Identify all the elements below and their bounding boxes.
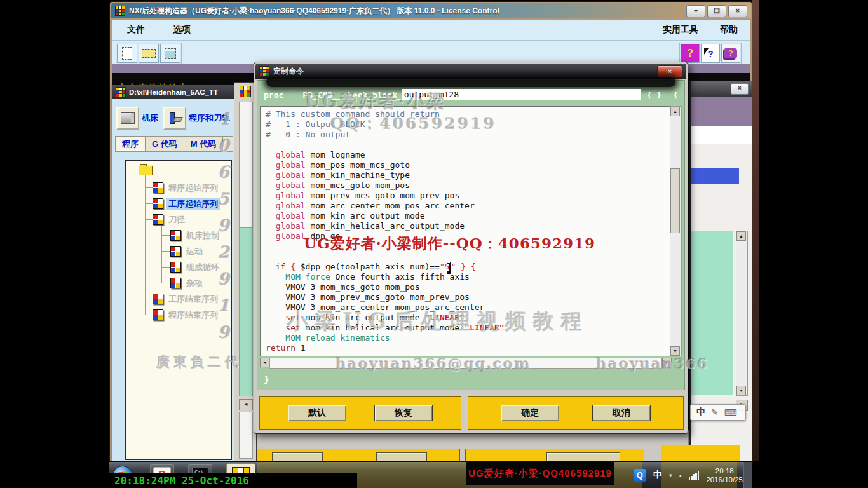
- ok-button[interactable]: 确定: [501, 405, 559, 421]
- scroll-left-button[interactable]: ◄: [260, 358, 269, 367]
- tree-item[interactable]: 刀径: [126, 212, 231, 227]
- menubar: 文件 选项 实用工具 帮助: [112, 20, 750, 41]
- show-hidden-icons-button[interactable]: ▴: [679, 472, 682, 478]
- tree-item[interactable]: 机床控制: [126, 227, 231, 243]
- language-bar[interactable]: 中 ✎ ⌨: [690, 404, 746, 421]
- horizontal-scrollbar[interactable]: ◄ ►: [260, 358, 682, 369]
- scrollbar-track[interactable]: [239, 102, 253, 227]
- dialog-close-button[interactable]: ×: [657, 65, 682, 78]
- cancel-button[interactable]: 取消: [592, 405, 651, 421]
- tree-item-label: 刀径: [166, 214, 187, 226]
- close-button[interactable]: ×: [731, 83, 749, 95]
- tree-item-label: 机床控制: [184, 229, 221, 242]
- menu-options[interactable]: 选项: [173, 24, 191, 36]
- scrollbar-track[interactable]: [269, 358, 662, 369]
- qq-tray-icon[interactable]: Q: [634, 469, 646, 482]
- code-line: global mom_kin_arc_output_mode: [266, 211, 670, 221]
- blurred-overlay: [266, 77, 675, 87]
- desktop-wallpaper-sliver: [752, 0, 759, 461]
- code-line: # 1 : Output BLOCK: [266, 119, 670, 130]
- proc-header-row: proc PB_CMD__check_block_ output_m128 { …: [257, 87, 684, 102]
- code-line: VMOV 3 mom_prev_mcs_goto mom_prev_pos: [266, 292, 670, 302]
- tree-item[interactable]: 现成循环: [126, 259, 231, 275]
- default-button[interactable]: 默认: [288, 405, 346, 421]
- scroll-up-button[interactable]: ▲: [670, 107, 680, 116]
- main-titlebar[interactable]: NX/后处理构造器（UG爱好者·小梁·haoyuan366·QQ40659291…: [111, 3, 751, 18]
- menu-help[interactable]: 帮助: [720, 24, 738, 36]
- event-cube-icon: [153, 294, 163, 304]
- yellow-panel-fragment: [691, 445, 740, 463]
- ime-chinese-indicator[interactable]: 中: [696, 407, 705, 418]
- subtab-mcode[interactable]: M 代码: [184, 137, 223, 151]
- close-button[interactable]: ×: [728, 5, 747, 17]
- scrollbar-corner: [672, 358, 682, 369]
- tree-item[interactable]: 运动: [126, 243, 231, 259]
- minimize-button[interactable]: –: [686, 5, 705, 17]
- tree-item[interactable]: 程序结束序列: [126, 307, 231, 323]
- toolbar-file-group: [116, 43, 182, 65]
- event-cube-icon: [170, 230, 181, 241]
- scrollbar-track[interactable]: [239, 412, 253, 459]
- scroll-down-button[interactable]: ▼: [736, 386, 746, 395]
- tab-machine-tool[interactable]: 机床: [116, 107, 158, 130]
- taskbar-clock[interactable]: 20:18 2016/10/25: [706, 466, 743, 484]
- restore-button[interactable]: 恢复: [374, 405, 433, 421]
- toolpath-icon-button[interactable]: [163, 107, 186, 130]
- subtab-gcode[interactable]: G 代码: [146, 137, 184, 151]
- show-desktop-button[interactable]: [743, 462, 752, 488]
- toolpath-icon: [169, 112, 180, 124]
- scroll-left-button[interactable]: ◄: [239, 399, 253, 410]
- scrollbar[interactable]: ▲ ▼: [736, 231, 748, 396]
- code-line: return 1: [266, 343, 670, 353]
- dialog-title: 定制命令: [273, 66, 304, 77]
- post-builder-titlebar[interactable]: D:\xl\Heidenhain_5AC_TT: [112, 85, 236, 99]
- event-cube-icon: [153, 309, 163, 320]
- code-line: global mom_kin_helical_arc_output_mode: [266, 221, 670, 231]
- tree-item-label: 运动: [184, 245, 205, 258]
- right-window-titlebar[interactable]: ×: [691, 81, 752, 97]
- dialog-footer: 默认 恢复 确定 取消: [257, 394, 685, 431]
- subtab-program[interactable]: 程序: [116, 137, 146, 151]
- context-help-button[interactable]: ?: [681, 44, 700, 63]
- menu-utilities[interactable]: 实用工具: [663, 24, 698, 36]
- scroll-up-button[interactable]: ▲: [736, 231, 746, 241]
- cursor-help-icon: ?: [707, 48, 713, 59]
- manual-help-button[interactable]: ?: [721, 44, 740, 63]
- toolbar-help-group: ? ? ?: [679, 43, 742, 65]
- tree-item[interactable]: 工序结束序列: [126, 291, 231, 307]
- tree-item[interactable]: 杂项: [126, 275, 231, 291]
- menu-file[interactable]: 文件: [127, 24, 145, 36]
- scrollbar-thumb[interactable]: [670, 168, 680, 233]
- ime-dropdown-caret[interactable]: ▾: [669, 472, 672, 478]
- app-icon: [116, 87, 126, 97]
- selected-row-fragment[interactable]: [691, 168, 739, 184]
- code-editor[interactable]: # This custom command should return# 1 :…: [260, 106, 670, 356]
- scroll-down-button[interactable]: ▼: [670, 346, 680, 356]
- new-file-icon: [122, 47, 132, 60]
- post-builder-window: D:\xl\Heidenhain_5AC_TT 机床 程序和刀轨 程序 G 代码…: [112, 85, 236, 463]
- new-file-button[interactable]: [117, 44, 137, 63]
- proc-args-braces: { }: [647, 90, 661, 100]
- vertical-scrollbar[interactable]: ▲ ▼: [670, 106, 682, 356]
- tree-item[interactable]: 工序起始序列: [126, 196, 231, 212]
- ime-pen-icon[interactable]: ✎: [711, 407, 719, 417]
- ime-keyboard-icon[interactable]: ⌨: [724, 407, 737, 417]
- command-name-input[interactable]: output_m128: [402, 89, 641, 100]
- app-icon: [259, 66, 269, 76]
- ime-tray-indicator[interactable]: 中: [653, 470, 662, 481]
- machine-icon-button[interactable]: [116, 107, 139, 130]
- open-file-button[interactable]: [139, 44, 159, 63]
- save-file-button[interactable]: [160, 44, 180, 63]
- tab-machine-label: 机床: [142, 112, 158, 124]
- event-cube-icon: [170, 278, 181, 288]
- maximize-button[interactable]: ❐: [707, 5, 726, 17]
- scroll-right-button[interactable]: ►: [662, 358, 672, 367]
- whats-this-button[interactable]: ?: [701, 44, 720, 63]
- code-line: # This custom command should return: [266, 109, 670, 119]
- event-cube-icon: [170, 262, 181, 273]
- tree-item[interactable]: 程序起始序列: [126, 180, 231, 196]
- tab-program-toolpath[interactable]: 程序和刀轨: [163, 107, 230, 130]
- tab-toolpath-label: 程序和刀轨: [189, 112, 230, 124]
- network-signal-icon[interactable]: [689, 471, 700, 480]
- clock-time: 20:18: [706, 466, 743, 475]
